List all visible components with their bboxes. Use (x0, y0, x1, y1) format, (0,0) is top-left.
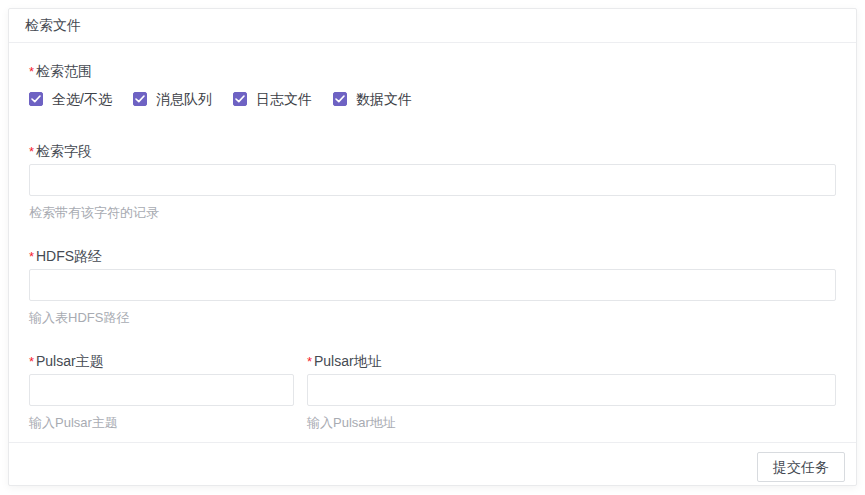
search-scope-checkbox-group: 全选/不选 消息队列 日志文件 (29, 89, 836, 109)
checkbox-label: 消息队列 (156, 89, 212, 109)
search-field-label: *检索字段 (29, 141, 836, 161)
panel-header: 检索文件 (9, 9, 856, 43)
checkbox-label: 数据文件 (356, 89, 412, 109)
pulsar-address-label: *Pulsar地址 (307, 351, 836, 371)
checkbox-label: 日志文件 (256, 89, 312, 109)
checkbox-checked-icon (29, 92, 43, 106)
panel-body: *检索范围 全选/不选 消息队列 (9, 43, 856, 442)
form-item-search-field: *检索字段 检索带有该字符的记录 (29, 141, 836, 222)
panel-footer: 提交任务 (9, 442, 856, 491)
pulsar-address-input[interactable] (307, 374, 836, 406)
hdfs-path-hint: 输入表HDFS路径 (29, 309, 836, 327)
pulsar-topic-input[interactable] (29, 374, 294, 406)
search-field-hint: 检索带有该字符的记录 (29, 204, 836, 222)
hdfs-path-input[interactable] (29, 269, 836, 301)
pulsar-address-hint: 输入Pulsar地址 (307, 414, 836, 432)
checkbox-checked-icon (233, 92, 247, 106)
form-item-pulsar-topic: *Pulsar主题 输入Pulsar主题 (29, 351, 294, 432)
required-asterisk: * (307, 352, 312, 372)
hdfs-path-label: *HDFS路经 (29, 246, 836, 266)
search-field-input[interactable] (29, 164, 836, 196)
pulsar-row: *Pulsar主题 输入Pulsar主题 *Pulsar地址 输入Pulsar地… (29, 351, 836, 432)
form-item-hdfs-path: *HDFS路经 输入表HDFS路径 (29, 246, 836, 327)
checkbox-label: 全选/不选 (52, 89, 112, 109)
checkbox-checked-icon (133, 92, 147, 106)
search-scope-label: *检索范围 (29, 61, 836, 81)
form-item-pulsar-address: *Pulsar地址 输入Pulsar地址 (307, 351, 836, 432)
checkbox-select-all[interactable]: 全选/不选 (29, 89, 112, 109)
required-asterisk: * (29, 247, 34, 267)
pulsar-topic-label: *Pulsar主题 (29, 351, 294, 371)
pulsar-topic-hint: 输入Pulsar主题 (29, 414, 294, 432)
submit-task-button[interactable]: 提交任务 (757, 452, 845, 482)
checkbox-data-files[interactable]: 数据文件 (333, 89, 412, 109)
search-files-panel: 检索文件 *检索范围 全选/不选 消息队列 (8, 8, 857, 486)
required-asterisk: * (29, 62, 34, 82)
panel-title: 检索文件 (25, 17, 81, 35)
checkbox-checked-icon (333, 92, 347, 106)
form-item-search-scope: *检索范围 全选/不选 消息队列 (29, 61, 836, 109)
required-asterisk: * (29, 352, 34, 372)
checkbox-message-queue[interactable]: 消息队列 (133, 89, 212, 109)
checkbox-log-files[interactable]: 日志文件 (233, 89, 312, 109)
required-asterisk: * (29, 142, 34, 162)
